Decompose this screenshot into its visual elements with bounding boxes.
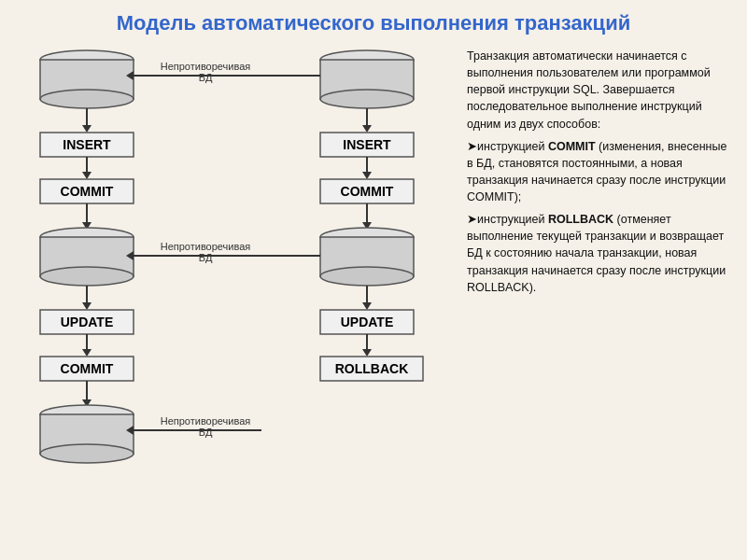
svg-marker-4 — [82, 125, 92, 133]
svg-rect-51 — [320, 357, 423, 381]
svg-text:COMMIT: COMMIT — [341, 184, 394, 199]
svg-rect-22 — [40, 357, 134, 381]
svg-text:INSERT: INSERT — [63, 137, 111, 152]
svg-point-31 — [320, 90, 414, 108]
svg-text:БД: БД — [199, 252, 213, 263]
svg-marker-21 — [82, 349, 92, 357]
description-item1: ➤инструкцией COMMIT (изменения, внесенны… — [467, 138, 733, 206]
svg-text:БД: БД — [199, 72, 213, 83]
svg-marker-58 — [126, 251, 134, 260]
svg-rect-43 — [320, 237, 414, 276]
arrow-symbol-2: ➤ — [467, 213, 477, 226]
svg-marker-46 — [362, 302, 372, 310]
arrow-symbol-1: ➤ — [467, 140, 477, 153]
svg-point-0 — [40, 50, 134, 69]
svg-text:Непротиворечивая: Непротиворечивая — [161, 61, 251, 72]
svg-point-44 — [320, 267, 414, 286]
svg-point-26 — [40, 405, 134, 424]
svg-rect-34 — [320, 133, 414, 157]
svg-rect-9 — [40, 179, 134, 203]
svg-text:UPDATE: UPDATE — [341, 315, 394, 329]
svg-marker-8 — [82, 172, 92, 179]
svg-marker-54 — [126, 71, 134, 80]
svg-rect-38 — [320, 179, 414, 203]
svg-marker-25 — [82, 399, 92, 407]
svg-text:UPDATE: UPDATE — [61, 315, 114, 329]
svg-rect-1 — [40, 60, 134, 99]
svg-text:COMMIT: COMMIT — [61, 361, 114, 376]
svg-text:ROLLBACK: ROLLBACK — [335, 361, 409, 376]
svg-text:Непротиворечивая: Непротиворечивая — [161, 415, 251, 427]
svg-text:БД: БД — [199, 427, 213, 438]
svg-rect-18 — [40, 310, 134, 334]
page-title: Модель автоматического выполнения транза… — [0, 0, 747, 43]
svg-marker-17 — [82, 302, 92, 310]
svg-marker-12 — [82, 222, 92, 230]
svg-rect-27 — [40, 414, 134, 454]
svg-point-29 — [320, 50, 414, 69]
svg-marker-50 — [362, 349, 372, 357]
svg-rect-5 — [40, 133, 134, 157]
diagram-area: INSERT COMMIT UPDATE — [9, 43, 458, 528]
svg-marker-41 — [362, 222, 372, 230]
svg-point-15 — [40, 267, 134, 286]
description-item2: ➤инструкцией ROLLBACK (отменяет выполнен… — [467, 211, 733, 296]
svg-marker-62 — [126, 426, 134, 435]
svg-rect-14 — [40, 237, 134, 276]
svg-text:Непротиворечивая: Непротиворечивая — [161, 241, 251, 252]
svg-text:COMMIT: COMMIT — [61, 184, 114, 199]
svg-rect-47 — [320, 310, 414, 334]
svg-rect-30 — [320, 60, 414, 99]
svg-marker-37 — [362, 172, 372, 179]
description-intro: Транзакция автоматически начинается с вы… — [467, 48, 733, 133]
svg-marker-33 — [362, 125, 372, 133]
svg-point-42 — [320, 228, 414, 246]
svg-text:INSERT: INSERT — [343, 137, 391, 152]
svg-point-13 — [40, 228, 134, 246]
description-panel: Транзакция автоматически начинается с вы… — [467, 43, 738, 528]
svg-point-28 — [40, 444, 134, 463]
svg-point-2 — [40, 90, 134, 108]
